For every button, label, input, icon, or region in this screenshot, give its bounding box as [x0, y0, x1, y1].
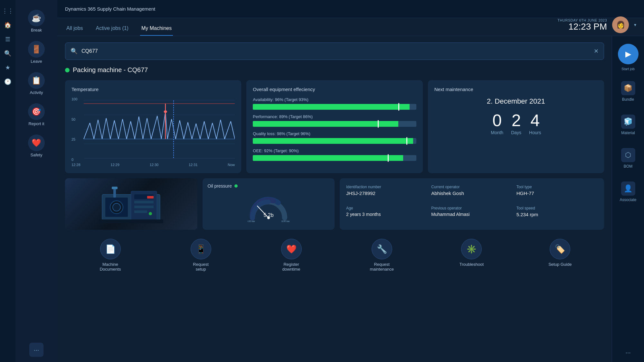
- machine-info-card: Identifaction number JHSJ-278992 Current…: [340, 178, 604, 230]
- search-clear-icon[interactable]: ✕: [594, 48, 599, 55]
- right-sidebar-bundle[interactable]: 📦 Bundle: [615, 79, 642, 104]
- info-operator-value: Abhishek Gosh: [431, 190, 512, 196]
- right-sidebar-more-button[interactable]: ···: [621, 348, 635, 357]
- info-tool-speed-label: Tool speed: [516, 206, 598, 210]
- maintenance-countdown: 0 Month 2 Days 4 Hours: [434, 112, 598, 135]
- request-setup-label: Request setup: [188, 262, 214, 272]
- info-age: Age 2 years 3 months: [346, 206, 427, 223]
- sidebar-item-safety[interactable]: ❤️ Safety: [19, 131, 54, 161]
- oee-title: Overall equipment effeciency: [253, 87, 416, 92]
- gauge-area: 5.2b 0.00 bar 8.00 bar: [208, 192, 330, 225]
- sidebar-item-report[interactable]: 🎯 Report it: [19, 100, 54, 129]
- right-sidebar-top: ▶ Start job 📦 Bundle 🧊 Material ⬡ BOM: [615, 41, 642, 346]
- info-age-label: Age: [346, 206, 427, 210]
- bom-label: BOM: [624, 164, 632, 169]
- machine-documents-label: Machine Documents: [98, 262, 123, 272]
- start-job-button[interactable]: ▶: [618, 44, 639, 64]
- oil-header: Oil pressure: [208, 183, 330, 189]
- time-display: 12:23 PM: [557, 22, 607, 31]
- action-register-downtime[interactable]: ❤️ Register downtime: [279, 239, 304, 272]
- request-maintenance-label: Request maintenance: [369, 262, 395, 272]
- action-machine-documents[interactable]: 📄 Machine Documents: [98, 239, 123, 272]
- content-area: 🔍 ✕ Packing machine - CQ677 Temperature …: [57, 36, 644, 362]
- chevron-down-icon[interactable]: ▾: [634, 22, 636, 27]
- machine-documents-icon: 📄: [100, 239, 121, 259]
- chart-y-labels: 100 50 25 0: [71, 97, 77, 162]
- days-value: 2: [512, 112, 521, 129]
- machine-image: [65, 178, 197, 230]
- material-icon: 🧊: [621, 115, 635, 129]
- home-icon[interactable]: 🏠: [2, 19, 14, 31]
- svg-text:0.00 bar: 0.00 bar: [248, 220, 255, 222]
- svg-point-8: [164, 110, 167, 113]
- hours-value: 4: [530, 112, 540, 129]
- apps-icon[interactable]: ⋮⋮: [2, 5, 14, 17]
- content-main: 🔍 ✕ Packing machine - CQ677 Temperature …: [57, 36, 612, 362]
- svg-text:8.00 bar: 8.00 bar: [281, 220, 289, 222]
- machine-status-dot: [65, 68, 70, 72]
- info-operator-label: Current operator: [431, 185, 512, 189]
- sidebar-more-button[interactable]: ···: [29, 343, 43, 357]
- sidebar-item-activity[interactable]: 📋 Activity: [19, 69, 54, 98]
- safety-label: Safety: [31, 153, 43, 157]
- request-setup-icon: 📱: [191, 239, 211, 259]
- app-title: Dynamics 365 Supply Chain Management: [65, 6, 155, 12]
- action-request-setup[interactable]: 📱 Request setup: [188, 239, 214, 272]
- bom-icon: ⬡: [621, 148, 635, 162]
- temperature-chart: 100 50 25 0: [71, 97, 235, 162]
- associate-label: Associate: [620, 198, 636, 202]
- sidebar-item-break[interactable]: ☕ Break: [19, 6, 54, 36]
- temperature-title: Temperature: [71, 87, 235, 92]
- material-label: Material: [621, 131, 635, 135]
- register-downtime-icon: ❤️: [281, 239, 302, 259]
- report-label: Report it: [28, 121, 44, 126]
- recent-icon[interactable]: 🕐: [2, 76, 14, 88]
- info-tool-type: Tool type HGH-77: [516, 185, 598, 202]
- activity-label: Activity: [30, 90, 43, 95]
- gauge-svg: 5.2b 0.00 bar 8.00 bar: [248, 194, 289, 223]
- oee-card: Overall equipment effeciency Availabilit…: [246, 80, 422, 173]
- svg-rect-19: [113, 188, 116, 198]
- right-sidebar-associate[interactable]: 👤 Associate: [615, 179, 642, 205]
- leave-icon: 🚪: [28, 41, 45, 58]
- request-maintenance-icon: 🔧: [372, 239, 392, 259]
- info-operator: Current operator Abhishek Gosh: [431, 185, 512, 202]
- oee-quality: Quality loss: 98% (Target 96%): [253, 131, 416, 144]
- svg-rect-23: [99, 219, 163, 223]
- machine-image-card: [65, 178, 197, 230]
- menu-icon[interactable]: ☰: [2, 33, 14, 45]
- info-tool-type-label: Tool type: [516, 185, 598, 189]
- star-icon[interactable]: ★: [2, 62, 14, 73]
- oee-overall: OEE: 92% (Target: 90%): [253, 148, 416, 161]
- oil-pressure-card: Oil pressure: [203, 178, 335, 230]
- associate-icon: 👤: [621, 181, 635, 196]
- tab-my-machines[interactable]: My Machines: [140, 22, 173, 36]
- metrics-grid: Temperature 100 50 25 0: [65, 80, 604, 173]
- countdown-days: 2 Days: [511, 112, 521, 135]
- break-icon: ☕: [28, 10, 45, 26]
- countdown-months: 0 Month: [491, 112, 503, 135]
- register-downtime-label: Register downtime: [279, 262, 304, 272]
- search-nav-icon[interactable]: 🔍: [2, 48, 14, 59]
- action-request-maintenance[interactable]: 🔧 Request maintenance: [369, 239, 395, 272]
- search-bar: 🔍 ✕: [65, 42, 604, 60]
- svg-rect-20: [112, 187, 118, 189]
- hours-label: Hours: [529, 130, 541, 135]
- right-sidebar-bom[interactable]: ⬡ BOM: [615, 145, 642, 171]
- bundle-label: Bundle: [622, 97, 634, 102]
- action-troubleshoot[interactable]: ✳️ Troubleshoot: [459, 239, 484, 272]
- play-icon: ▶: [625, 50, 631, 59]
- activity-icon: 📋: [28, 72, 45, 89]
- action-setup-guide[interactable]: 🏷️ Setup Guide: [548, 239, 572, 272]
- bottom-grid: Oil pressure: [65, 178, 604, 230]
- svg-point-14: [113, 203, 120, 211]
- maintenance-title: Next maintenance: [434, 87, 598, 92]
- troubleshoot-label: Troubleshoot: [459, 262, 484, 267]
- main-content: Dynamics 365 Supply Chain Management All…: [57, 0, 644, 362]
- right-sidebar-material[interactable]: 🧊 Material: [615, 112, 642, 138]
- tab-active-jobs[interactable]: Active jobs (1): [95, 22, 130, 36]
- sidebar-item-leave[interactable]: 🚪 Leave: [19, 38, 54, 67]
- user-avatar[interactable]: 👩: [612, 16, 629, 33]
- tab-all-jobs[interactable]: All jobs: [65, 22, 84, 36]
- search-input[interactable]: [81, 48, 590, 54]
